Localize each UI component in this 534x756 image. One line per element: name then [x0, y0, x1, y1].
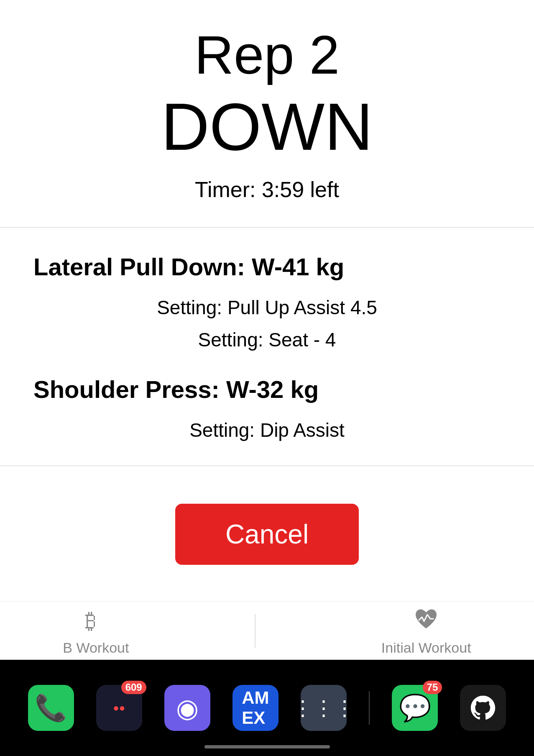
exercise-1-settings: Setting: Pull Up Assist 4.5 Setting: Sea…	[33, 293, 501, 354]
app-nova[interactable]: ◉	[164, 685, 210, 731]
home-indicator	[204, 745, 330, 748]
nav-item-initial-workout[interactable]: Initial Workout	[381, 605, 471, 656]
app-phone[interactable]: 📞	[28, 685, 74, 731]
nav-divider	[255, 614, 256, 648]
rep-title: Rep 2	[194, 25, 340, 85]
app-amex[interactable]: AMEX	[233, 685, 278, 731]
bottom-divider	[0, 466, 534, 466]
timer-text: Timer: 3:59 left	[195, 177, 339, 202]
cancel-button[interactable]: Cancel	[175, 504, 359, 565]
exercise-2-settings: Setting: Dip Assist	[33, 416, 501, 445]
media-badge: 609	[121, 681, 146, 694]
exercise-2-title: Shoulder Press: W-32 kg	[33, 375, 501, 403]
nav-label-initial-workout: Initial Workout	[381, 640, 471, 656]
exercise-1-setting-2: Setting: Seat - 4	[33, 325, 501, 354]
app-grid[interactable]: ⋮⋮⋮	[301, 685, 347, 731]
app-whatsapp[interactable]: 💬 75	[392, 685, 438, 731]
nav-item-b-workout[interactable]: ₿ B Workout	[63, 605, 129, 656]
direction-title: DOWN	[161, 93, 373, 160]
exercise-2-setting-1: Setting: Dip Assist	[33, 416, 501, 445]
nav-label-b-workout: B Workout	[63, 640, 129, 656]
main-content: Rep 2 DOWN Timer: 3:59 left	[0, 0, 534, 227]
exercise-section: Lateral Pull Down: W-41 kg Setting: Pull…	[0, 253, 534, 445]
exercise-1-setting-1: Setting: Pull Up Assist 4.5	[33, 293, 501, 322]
exercise-1-title: Lateral Pull Down: W-41 kg	[33, 253, 501, 281]
app-media[interactable]: ●● 609	[96, 685, 142, 731]
whatsapp-badge: 75	[423, 681, 442, 694]
taskbar-separator	[369, 691, 370, 725]
svg-text:₿: ₿	[85, 609, 96, 633]
heartrate-icon	[411, 605, 441, 635]
app-github[interactable]	[460, 685, 506, 731]
bitcoin-icon: ₿	[81, 605, 110, 635]
taskbar: 📞 ●● 609 ◉ AMEX ⋮⋮⋮ 💬 75	[0, 660, 534, 756]
top-divider	[0, 227, 534, 228]
bottom-nav: ₿ B Workout Initial Workout	[0, 601, 534, 660]
